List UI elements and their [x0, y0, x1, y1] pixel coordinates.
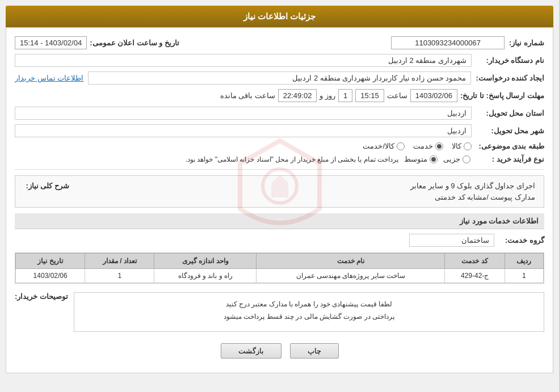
desc-line1: اجرای جداول گذاری بلوک 9 و سایر معابر — [78, 182, 535, 190]
city-value: اردبیل — [15, 124, 472, 137]
date-value: 1403/02/04 - 15:14 — [15, 36, 87, 49]
radio-kala-label: کالا — [452, 142, 461, 150]
province-value: اردبیل — [15, 107, 472, 120]
radio-jozi-label: جزیی — [443, 155, 460, 163]
col-qty: تعداد / مقدار — [85, 254, 154, 269]
category-khedmat[interactable]: خدمت — [413, 142, 443, 150]
services-table: ردیف کد خدمت نام خدمت واحد اندازه گیری ت… — [15, 253, 544, 283]
buyer-note-line2: پرداختی در صورت گشایش مالی در چند قسط پر… — [80, 311, 538, 323]
services-table-container: ردیف کد خدمت نام خدمت واحد اندازه گیری ت… — [15, 252, 544, 284]
process-radio-group: جزیی متوسط — [404, 155, 470, 163]
service-group-label: گروه خدمت: — [499, 236, 544, 245]
radio-motavaset-label: متوسط — [404, 155, 427, 163]
buyer-org-value: شهرداری منطقه 2 اردبیل — [15, 54, 472, 67]
shomar-row: شماره نیاز: 1103093234000067 تاریخ و ساع… — [15, 36, 544, 49]
cell-code: ج-42-429 — [445, 269, 505, 283]
cell-row: 1 — [505, 269, 543, 283]
buyer-notes-section: لطفا قیمت پیشنهادی خود را همراه با مدارک… — [15, 289, 544, 335]
desc-line2: مدارک پیوست /مشابه کد خدمتی — [78, 193, 535, 201]
province-label: استان محل تحویل: — [476, 109, 544, 117]
category-radio-group: کالا خدمت کالا/خدمت — [363, 142, 472, 150]
city-row: شهر محل تحویل: اردبیل — [15, 124, 544, 137]
table-row: 1ج-42-429ساخت سایر پروژه‌های مهندسی عمرا… — [16, 269, 544, 283]
cell-name: ساخت سایر پروژه‌های مهندسی عمران — [257, 269, 445, 283]
page-header: جزئیات اطلاعات نیاز — [6, 6, 553, 27]
deadline-date: 1403/02/06 — [410, 89, 457, 102]
button-row: چاپ بازگشت — [15, 343, 544, 364]
description-content: اجرای جداول گذاری بلوک 9 و سایر معابر مد… — [78, 182, 535, 201]
deadline-row: مهلت ارسال پاسخ: تا تاریخ: 1403/02/06 سا… — [15, 89, 544, 102]
process-label: نوع فرآیند خرید : — [476, 155, 544, 163]
date-label: تاریخ و ساعت اعلان عمومی: — [90, 39, 179, 47]
buyer-org-label: نام دستگاه خریدار: — [476, 56, 544, 65]
radio-jozi-circle — [463, 155, 470, 163]
deadline-label: مهلت ارسال پاسخ: تا تاریخ: — [460, 91, 544, 100]
province-row: استان محل تحویل: اردبیل — [15, 107, 544, 120]
page-container: جزئیات اطلاعات نیاز شماره نیاز: 11030932… — [0, 0, 559, 392]
category-kala[interactable]: کالا — [452, 142, 472, 150]
shomar-value: 1103093234000067 — [391, 36, 505, 49]
deadline-time-label: ساعت — [387, 91, 407, 100]
creator-row: ایجاد کننده درخواست: محمود حسن زاده نیار… — [15, 71, 544, 85]
deadline-days-label: روز و — [320, 91, 335, 100]
deadline-days: 1 — [338, 89, 352, 102]
category-kala-khedmat[interactable]: کالا/خدمت — [363, 142, 405, 150]
deadline-remaining-label: ساعت باقی مانده — [220, 91, 275, 100]
service-group-value: ساختمان — [409, 234, 494, 247]
creator-label: ایجاد کننده درخواست: — [476, 74, 544, 82]
radio-kala-khedmat-circle — [397, 142, 405, 150]
radio-kala-circle — [464, 142, 472, 150]
radio-khedmat-circle — [435, 142, 443, 150]
creator-value: محمود حسن زاده نیار کاربردار شهرداری منط… — [88, 71, 471, 85]
cell-date: 1403/02/06 — [16, 269, 85, 283]
contact-link[interactable]: اطلاعات تماس خریدار — [15, 74, 83, 82]
services-header: اطلاعات خدمات مورد نیاز — [15, 213, 544, 229]
date-section: تاریخ و ساعت اعلان عمومی: 1403/02/04 - 1… — [15, 36, 179, 49]
cell-quantity: 1 — [85, 269, 154, 283]
category-row: طبقه بندی موضوعی: کالا خدمت کالا/خدمت — [15, 142, 544, 150]
buyer-org-row: نام دستگاه خریدار: شهرداری منطقه 2 اردبی… — [15, 54, 544, 67]
radio-kala-khedmat-label: کالا/خدمت — [363, 142, 394, 150]
radio-motavaset-circle — [430, 155, 438, 163]
col-row: ردیف — [505, 254, 543, 269]
process-motavaset[interactable]: متوسط — [404, 155, 438, 163]
buyer-notes-label: توصیحات خریدار: — [15, 289, 68, 301]
buyer-note-line1: لطفا قیمت پیشنهادی خود را همراه با مدارک… — [80, 298, 538, 311]
shomar-label: شماره نیاز: — [509, 39, 544, 47]
main-content: شماره نیاز: 1103093234000067 تاریخ و ساع… — [6, 27, 553, 373]
category-label: طبقه بندی موضوعی: — [476, 142, 544, 150]
description-section: اجرای جداول گذاری بلوک 9 و سایر معابر مد… — [15, 175, 544, 208]
buyer-notes-box: لطفا قیمت پیشنهادی خود را همراه با مدارک… — [74, 292, 544, 332]
service-group-row: گروه خدمت: ساختمان — [15, 234, 544, 247]
radio-khedmat-label: خدمت — [413, 142, 433, 150]
deadline-time: 15:15 — [355, 89, 384, 102]
process-jozi[interactable]: جزیی — [443, 155, 470, 163]
buyer-notes-content: لطفا قیمت پیشنهادی خود را همراه با مدارک… — [74, 289, 544, 335]
col-unit: واحد اندازه گیری — [154, 254, 257, 269]
print-button[interactable]: چاپ — [290, 343, 339, 359]
col-code: کد خدمت — [445, 254, 505, 269]
deadline-remaining: 22:49:02 — [278, 89, 317, 102]
divider-1 — [15, 169, 544, 170]
city-label: شهر محل تحویل: — [476, 127, 544, 135]
process-note: پرداخت تمام یا بخشی از مبلغ خریدار از مح… — [15, 155, 398, 163]
description-label: شرح کلی نیاز: — [24, 182, 69, 201]
col-date: تاریخ نیاز — [16, 254, 85, 269]
process-row: نوع فرآیند خرید : جزیی متوسط پرداخت تمام… — [15, 155, 544, 163]
back-button[interactable]: بازگشت — [221, 343, 281, 359]
cell-unit: راه و باند و فرودگاه — [154, 269, 257, 283]
col-name: نام خدمت — [257, 254, 445, 269]
page-title: جزئیات اطلاعات نیاز — [243, 11, 316, 21]
